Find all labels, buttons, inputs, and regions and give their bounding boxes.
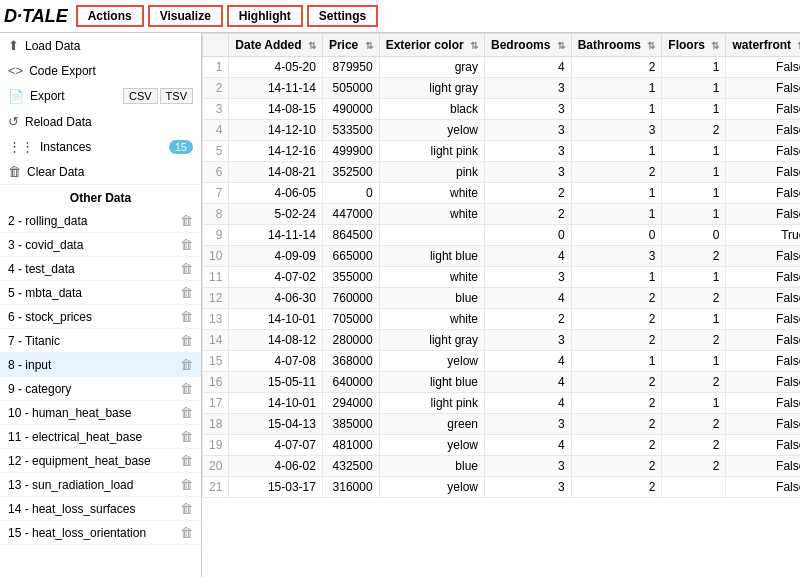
sidebar-item-14[interactable]: 14 - heat_loss_surfaces 🗑 <box>0 497 201 521</box>
table-cell: 3 <box>484 162 571 183</box>
tsv-button[interactable]: TSV <box>160 88 193 104</box>
sidebar-item-12[interactable]: 12 - equipment_heat_base 🗑 <box>0 449 201 473</box>
table-cell: 2 <box>571 414 662 435</box>
col-header-rownum <box>203 34 229 57</box>
table-cell: 352500 <box>322 162 379 183</box>
table-row: 1314-10-01705000white221False0 <box>203 309 801 330</box>
delete-dataset-icon[interactable]: 🗑 <box>180 381 193 396</box>
sidebar-item-9[interactable]: 9 - category 🗑 <box>0 377 201 401</box>
delete-dataset-icon[interactable]: 🗑 <box>180 429 193 444</box>
sidebar-item-instances[interactable]: ⋮⋮ Instances 15 <box>0 134 201 159</box>
table-cell: 3 <box>484 99 571 120</box>
csv-button[interactable]: CSV <box>123 88 158 104</box>
table-cell: white <box>379 267 484 288</box>
sidebar: ⬆ Load Data <> Code Export 📄 Export CSV … <box>0 33 202 577</box>
table-cell: False <box>726 351 800 372</box>
table-cell: white <box>379 204 484 225</box>
sidebar-data-label: 2 - rolling_data <box>8 214 180 228</box>
sidebar-item-13[interactable]: 13 - sun_radiation_load 🗑 <box>0 473 201 497</box>
sidebar-item-code-export[interactable]: <> Code Export <box>0 58 201 83</box>
table-row: 1815-04-13385000green322False0 <box>203 414 801 435</box>
delete-dataset-icon[interactable]: 🗑 <box>180 453 193 468</box>
row-number: 11 <box>203 267 229 288</box>
sidebar-item-reload-data[interactable]: ↺ Reload Data <box>0 109 201 134</box>
sidebar-item-2[interactable]: 2 - rolling_data 🗑 <box>0 209 201 233</box>
table-cell: 3 <box>484 456 571 477</box>
row-number: 12 <box>203 288 229 309</box>
delete-dataset-icon[interactable]: 🗑 <box>180 285 193 300</box>
table-header: Date Added ⇅Price ⇅Exterior color ⇅Bedro… <box>203 34 801 57</box>
delete-dataset-icon[interactable]: 🗑 <box>180 477 193 492</box>
table-cell: 2 <box>484 183 571 204</box>
col-header-date-added[interactable]: Date Added ⇅ <box>229 34 323 57</box>
table-cell: yelow <box>379 351 484 372</box>
table-cell: 1 <box>662 267 726 288</box>
table-cell: 14-10-01 <box>229 309 323 330</box>
table-row: 914-11-14864500000True0 <box>203 225 801 246</box>
sidebar-item-15[interactable]: 15 - heat_loss_orientation 🗑 <box>0 521 201 545</box>
table-cell: 505000 <box>322 78 379 99</box>
visualize-button[interactable]: Visualize <box>148 5 223 27</box>
table-row: 74-06-050white211False0 <box>203 183 801 204</box>
table-cell: 2 <box>571 372 662 393</box>
row-number: 19 <box>203 435 229 456</box>
sidebar-data-label: 13 - sun_radiation_load <box>8 478 180 492</box>
table-cell: 4-06-05 <box>229 183 323 204</box>
sidebar-item-3[interactable]: 3 - covid_data 🗑 <box>0 233 201 257</box>
highlight-button[interactable]: Highlight <box>227 5 303 27</box>
table-cell: 1 <box>662 99 726 120</box>
delete-dataset-icon[interactable]: 🗑 <box>180 501 193 516</box>
table-area: Date Added ⇅Price ⇅Exterior color ⇅Bedro… <box>202 33 800 577</box>
table-cell: 2 <box>571 393 662 414</box>
table-cell: 864500 <box>322 225 379 246</box>
table-cell: 760000 <box>322 288 379 309</box>
table-cell: False <box>726 183 800 204</box>
table-cell: False <box>726 288 800 309</box>
table-cell: 3 <box>484 330 571 351</box>
table-cell: False <box>726 267 800 288</box>
sidebar-data-label: 12 - equipment_heat_base <box>8 454 180 468</box>
sidebar-item-load-data[interactable]: ⬆ Load Data <box>0 33 201 58</box>
table-cell: 14-08-15 <box>229 99 323 120</box>
table-cell: 2 <box>571 477 662 498</box>
col-header-bedrooms[interactable]: Bedrooms ⇅ <box>484 34 571 57</box>
table-row: 614-08-21352500pink321False0 <box>203 162 801 183</box>
row-number: 21 <box>203 477 229 498</box>
sidebar-item-6[interactable]: 6 - stock_prices 🗑 <box>0 305 201 329</box>
delete-dataset-icon[interactable]: 🗑 <box>180 213 193 228</box>
sidebar-item-5[interactable]: 5 - mbta_data 🗑 <box>0 281 201 305</box>
delete-dataset-icon[interactable]: 🗑 <box>180 333 193 348</box>
table-cell: 1 <box>571 204 662 225</box>
delete-dataset-icon[interactable]: 🗑 <box>180 405 193 420</box>
sidebar-item-clear-data[interactable]: 🗑 Clear Data <box>0 159 201 184</box>
col-header-waterfront[interactable]: waterfront ⇅ <box>726 34 800 57</box>
app-logo: D·TALE <box>4 6 68 27</box>
sort-icon: ⇅ <box>308 40 316 51</box>
delete-dataset-icon[interactable]: 🗑 <box>180 237 193 252</box>
col-header-floors[interactable]: Floors ⇅ <box>662 34 726 57</box>
table-cell: 4 <box>484 435 571 456</box>
sidebar-item-4[interactable]: 4 - test_data 🗑 <box>0 257 201 281</box>
delete-dataset-icon[interactable]: 🗑 <box>180 525 193 540</box>
col-header-exterior-color[interactable]: Exterior color ⇅ <box>379 34 484 57</box>
table-cell: False <box>726 204 800 225</box>
table-cell: yelow <box>379 435 484 456</box>
delete-dataset-icon[interactable]: 🗑 <box>180 261 193 276</box>
table-row: 2115-03-17316000yelow32False <box>203 477 801 498</box>
row-number: 14 <box>203 330 229 351</box>
table-row: 114-07-02355000white311False0 <box>203 267 801 288</box>
sidebar-item-10[interactable]: 10 - human_heat_base 🗑 <box>0 401 201 425</box>
delete-dataset-icon[interactable]: 🗑 <box>180 309 193 324</box>
col-header-price[interactable]: Price ⇅ <box>322 34 379 57</box>
row-number: 5 <box>203 141 229 162</box>
actions-button[interactable]: Actions <box>76 5 144 27</box>
settings-button[interactable]: Settings <box>307 5 378 27</box>
delete-dataset-icon[interactable]: 🗑 <box>180 357 193 372</box>
table-cell: 1 <box>662 78 726 99</box>
sidebar-item-11[interactable]: 11 - electrical_heat_base 🗑 <box>0 425 201 449</box>
sidebar-item-export[interactable]: 📄 Export CSV TSV <box>0 83 201 109</box>
sidebar-item-8[interactable]: 8 - input 🗑 <box>0 353 201 377</box>
table-cell: 14-10-01 <box>229 393 323 414</box>
col-header-bathrooms[interactable]: Bathrooms ⇅ <box>571 34 662 57</box>
sidebar-item-7[interactable]: 7 - Titanic 🗑 <box>0 329 201 353</box>
